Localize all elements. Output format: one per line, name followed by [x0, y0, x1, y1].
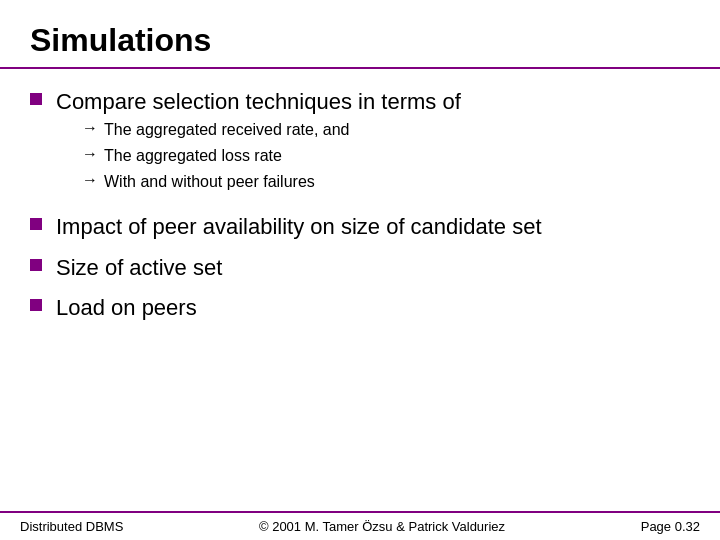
sub-bullet-text-2: With and without peer failures [104, 170, 315, 194]
sub-bullet-1: → The aggregated loss rate [82, 144, 461, 168]
slide-title: Simulations [30, 22, 211, 58]
bullet-square-compare [30, 93, 42, 105]
bullet-size: Size of active set [30, 253, 690, 284]
arrow-icon-2: → [82, 171, 98, 189]
bullet-impact-label: Impact of peer availability on size of c… [56, 212, 542, 243]
title-bar: Simulations [0, 0, 720, 69]
arrow-icon-0: → [82, 119, 98, 137]
footer-left-text: Distributed DBMS [20, 519, 123, 534]
sub-bullet-2: → With and without peer failures [82, 170, 461, 194]
content-area: Compare selection techniques in terms of… [0, 69, 720, 511]
footer-right-text: Page 0.32 [641, 519, 700, 534]
slide-footer: Distributed DBMS © 2001 M. Tamer Özsu & … [0, 511, 720, 540]
bullet-square-load [30, 299, 42, 311]
sub-bullet-0: → The aggregated received rate, and [82, 118, 461, 142]
footer-center-text: © 2001 M. Tamer Özsu & Patrick Valduriez [259, 519, 505, 534]
bullet-compare-text: Compare selection techniques in terms of… [56, 87, 461, 202]
sub-bullet-text-0: The aggregated received rate, and [104, 118, 350, 142]
arrow-icon-1: → [82, 145, 98, 163]
slide: Simulations Compare selection techniques… [0, 0, 720, 540]
bullet-compare: Compare selection techniques in terms of… [30, 87, 690, 202]
bullet-load-label: Load on peers [56, 293, 197, 324]
bullet-square-size [30, 259, 42, 271]
bullet-compare-label: Compare selection techniques in terms of [56, 89, 461, 114]
bullet-load: Load on peers [30, 293, 690, 324]
bullet-impact: Impact of peer availability on size of c… [30, 212, 690, 243]
bullet-square-impact [30, 218, 42, 230]
bullet-size-label: Size of active set [56, 253, 222, 284]
sub-bullet-text-1: The aggregated loss rate [104, 144, 282, 168]
sub-bullets-compare: → The aggregated received rate, and → Th… [82, 118, 461, 194]
